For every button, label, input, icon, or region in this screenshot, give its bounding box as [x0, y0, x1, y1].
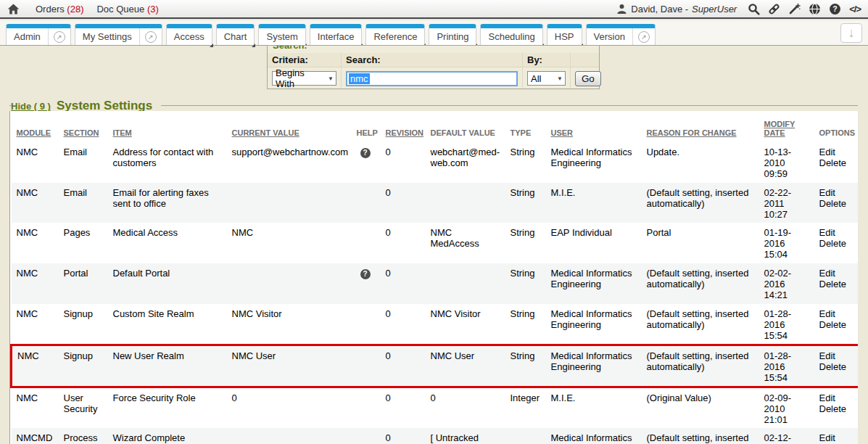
search-label: Search: [342, 53, 523, 67]
cell-user: M.I.E. [548, 183, 644, 223]
cell-revision: 0 [383, 142, 428, 183]
user-name: David, Dave - [631, 4, 688, 15]
cell-modify-date: 01-19-2016 15:04 [761, 223, 817, 263]
edit-link[interactable]: Edit [819, 432, 854, 443]
cell-current-value: support@webchartnow.com [229, 142, 354, 183]
home-icon[interactable] [7, 4, 20, 15]
table-row: NMCMD Process Wizard Complete 0 [ Untrac… [12, 428, 859, 444]
header-item[interactable]: ITEM [110, 111, 229, 142]
header-user[interactable]: USER [548, 111, 644, 142]
tab-my-settings-popout-button[interactable]: ↗ [139, 28, 162, 45]
wand-icon[interactable] [788, 3, 801, 15]
cell-default-value [428, 183, 508, 223]
tab-admin[interactable]: Admin ↗ [6, 24, 71, 45]
table-row: NMC Email Address for contact with custo… [12, 142, 859, 183]
delete-link[interactable]: Delete [819, 319, 854, 330]
cell-module: NMC [12, 223, 61, 263]
edit-link[interactable]: Edit [819, 308, 854, 319]
cell-type: String [508, 183, 548, 223]
cell-default-value [428, 263, 508, 304]
tab-printing[interactable]: Printing [429, 24, 476, 45]
delete-link[interactable]: Delete [819, 361, 853, 372]
go-button[interactable]: Go [575, 71, 601, 86]
cell-section: Signup [61, 304, 110, 345]
tab-admin-popout-button[interactable]: ↗ [48, 28, 70, 45]
tab-scheduling[interactable]: Scheduling [480, 24, 542, 45]
link-icon[interactable] [768, 3, 780, 15]
tab-my-settings[interactable]: My Settings ↗ [75, 24, 162, 45]
cell-default-value: NMC User [428, 345, 508, 387]
cell-user: Medical Informatics Engineering [548, 304, 644, 345]
tab-system[interactable]: System [258, 24, 305, 45]
header-current-value[interactable]: CURRENT VALUE [229, 111, 354, 142]
cell-reason: (Default setting, inserted automatically… [644, 345, 761, 387]
edit-link[interactable]: Edit [819, 227, 854, 238]
cell-current-value [229, 263, 354, 304]
globe-icon[interactable] [809, 3, 821, 15]
criteria-select-value: Begins With [276, 67, 323, 89]
edit-link[interactable]: Edit [819, 268, 854, 279]
cell-default-value: NMC MedAccess [428, 223, 508, 263]
tab-hsp[interactable]: HSP [547, 24, 582, 45]
collapse-toolbar-button[interactable]: ↓ [840, 23, 862, 43]
edit-link[interactable]: Edit [819, 147, 854, 157]
edit-link[interactable]: Edit [819, 187, 854, 198]
cell-reason: (Default setting, inserted automatically… [644, 428, 761, 444]
edit-link[interactable]: Edit [819, 350, 853, 361]
down-arrow-icon: ↓ [848, 25, 855, 41]
cell-user: EAP Individual [548, 223, 644, 263]
cell-section: Portal [61, 263, 110, 304]
header-section[interactable]: SECTION [61, 111, 110, 142]
delete-link[interactable]: Delete [819, 403, 854, 414]
help-icon[interactable]: ? [360, 148, 371, 158]
edit-link[interactable]: Edit [819, 392, 854, 403]
tab-admin-label: Admin [7, 28, 48, 45]
cell-default-value: NMC Visitor [428, 304, 508, 345]
delete-link[interactable]: Delete [819, 279, 854, 289]
nav-doc-queue[interactable]: Doc Queue (3) [96, 4, 158, 15]
header-reason[interactable]: REASON FOR CHANGE [644, 111, 761, 142]
go-spacer [571, 53, 599, 67]
tab-chart-label: Chart [217, 28, 255, 45]
delete-link[interactable]: Delete [819, 198, 854, 209]
tab-access[interactable]: Access [166, 24, 212, 45]
search-input[interactable]: nmc [346, 71, 518, 86]
current-user: David, Dave - SuperUser [616, 4, 737, 15]
code-icon[interactable]: </> [849, 4, 861, 15]
menu-corner-icon [210, 44, 213, 47]
tab-reference[interactable]: Reference [365, 24, 425, 45]
tab-interface[interactable]: Interface [310, 24, 363, 45]
nav-orders[interactable]: Orders (28) [36, 4, 83, 15]
user-icon [616, 4, 627, 15]
cell-module: NMCMD [12, 428, 61, 444]
criteria-select[interactable]: Begins With ▼ [272, 71, 336, 86]
cell-current-value: NMC User [229, 345, 354, 387]
help-icon[interactable]: ? [360, 269, 371, 279]
settings-table: MODULE SECTION ITEM CURRENT VALUE HELP R… [10, 111, 858, 444]
tab-chart[interactable]: Chart [216, 24, 255, 45]
hide-section-link[interactable]: Hide ( 9 ) [11, 101, 51, 112]
header-revision[interactable]: REVISION [383, 111, 428, 142]
help-icon[interactable]: ? [829, 3, 841, 15]
header-default-value: DEFAULT VALUE [428, 111, 508, 142]
tab-strip: Admin ↗ My Settings ↗ Access Chart Syste… [0, 20, 868, 46]
tab-hsp-label: HSP [547, 28, 582, 45]
tab-version[interactable]: Version ↗ [586, 24, 656, 45]
cell-module: NMC [12, 387, 61, 429]
table-header-row: MODULE SECTION ITEM CURRENT VALUE HELP R… [12, 111, 859, 142]
cell-section: Pages [61, 223, 110, 263]
svg-text:?: ? [832, 4, 837, 13]
by-select[interactable]: All ▼ [527, 71, 566, 86]
search-icon[interactable] [748, 3, 760, 15]
search-panel: Search: Criteria: Search: By: Begins Wit… [267, 45, 600, 89]
delete-link[interactable]: Delete [819, 238, 854, 249]
cell-user: Medical Informatics Engineering [548, 142, 644, 183]
header-module[interactable]: MODULE [12, 111, 61, 142]
header-modify-date[interactable]: MODIFY DATE [761, 111, 817, 142]
tab-version-popout-button[interactable]: ↗ [632, 28, 655, 45]
fieldset-top-border [161, 105, 858, 106]
delete-link[interactable]: Delete [819, 157, 854, 168]
table-row-highlighted: NMC Signup New User Realm NMC User 0 NMC… [12, 345, 859, 387]
orders-count-badge: (28) [67, 4, 83, 15]
cell-revision: 0 [383, 263, 428, 304]
